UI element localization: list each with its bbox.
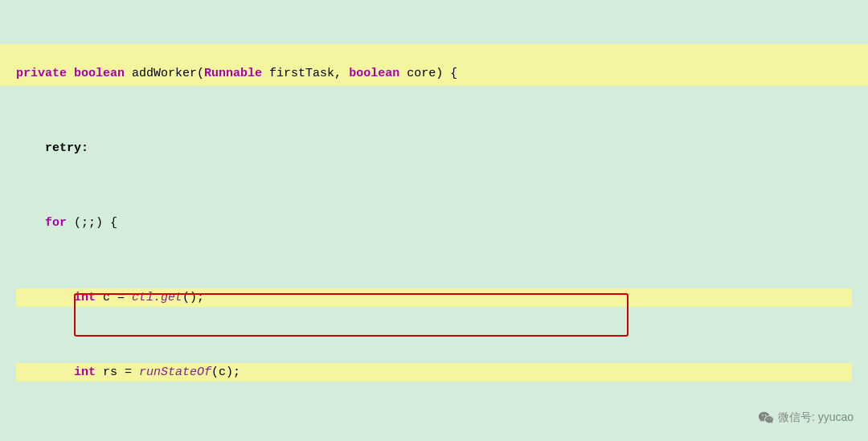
code-line xyxy=(16,438,852,441)
code-line-highlight-2: int rs = runStateOf(c); xyxy=(16,363,852,382)
code-line: retry: xyxy=(16,139,852,157)
code-block: private boolean addWorker(Runnable first… xyxy=(16,8,852,441)
code-container: private boolean addWorker(Runnable first… xyxy=(0,0,868,441)
code-line: private boolean addWorker(Runnable first… xyxy=(16,64,852,83)
code-line-highlight-1: int c = ctl.get(); xyxy=(16,288,852,307)
code-line: for (;;) { xyxy=(16,214,852,232)
